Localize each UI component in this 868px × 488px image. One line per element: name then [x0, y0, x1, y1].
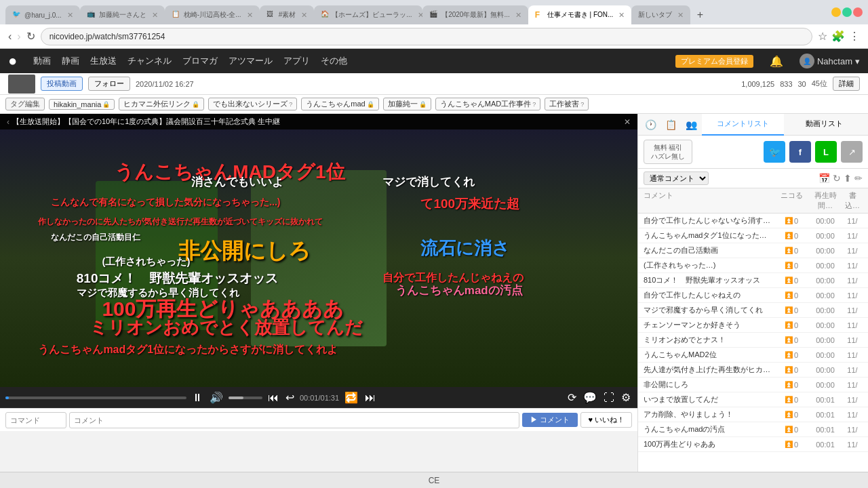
detail-button[interactable]: 詳細 — [833, 77, 860, 91]
tag-edit-button[interactable]: タグ編集 — [5, 98, 45, 110]
play-pause-button[interactable]: ⏸ — [191, 390, 204, 405]
nav-blog[interactable]: ブロマガ — [182, 55, 218, 67]
comment-item[interactable]: アカ削除、やりましょう！ ⏫0 00:01 11/ — [638, 407, 868, 422]
comment-item[interactable]: 自分で工作したんじゃねえの ⏫0 00:00 11/ — [638, 288, 868, 303]
video-green-screen — [96, 181, 218, 330]
notification-bell[interactable]: 🔔 — [770, 55, 783, 68]
nav-image[interactable]: 静画 — [62, 55, 79, 67]
premium-button[interactable]: プレミアム会員登録 — [675, 55, 753, 68]
fullscreen-button[interactable]: ⛶ — [602, 390, 616, 405]
minimize-button[interactable]: — — [831, 7, 841, 17]
comment-submit-button[interactable]: ▶ コメント — [522, 413, 578, 427]
tab-close-1[interactable]: ✕ — [152, 11, 158, 20]
panel-history-icon[interactable]: 🕐 — [641, 115, 660, 134]
tab-video-list[interactable]: 動画リスト — [784, 114, 866, 136]
tab-4[interactable]: 🏠 【ホームズ】ビューラッ... ✕ — [314, 5, 422, 24]
tag-3[interactable]: うんこちゃんmad 🔒 — [301, 98, 378, 110]
tag-1[interactable]: ヒカマニ外伝リンク 🔒 — [119, 98, 204, 110]
comment-filter-btn-calendar[interactable]: 📅 — [818, 173, 830, 184]
follow-button[interactable]: フォロー — [88, 77, 130, 91]
bookmark-button[interactable]: ☆ — [818, 30, 827, 43]
extensions-button[interactable]: 🧩 — [831, 30, 845, 43]
comment-input[interactable] — [69, 412, 519, 428]
tab-3[interactable]: 🖼 #素材 ✕ — [260, 5, 315, 24]
command-input[interactable] — [5, 412, 66, 428]
fukidashi-button[interactable]: 無料 福引 ハズレ無し — [644, 140, 692, 164]
comment-item[interactable]: うんこちゃんMAD2位 ⏫0 00:00 11/ — [638, 348, 868, 363]
refresh-button[interactable]: ↻ — [26, 30, 35, 43]
tab-7[interactable]: 新しいタブ ✕ — [631, 5, 690, 24]
comment-item[interactable]: うんこちゃんmadの汚点 ⏫0 00:01 11/ — [638, 422, 868, 437]
comment-item[interactable]: 自分で工作したんじゃないなら消す… ⏫0 00:00 11/ — [638, 214, 868, 228]
replay-button[interactable]: ↩ — [284, 390, 296, 405]
tab-close-6[interactable]: ✕ — [618, 11, 625, 20]
comment-item[interactable]: 非公開にしろ ⏫0 00:00 11/ — [638, 378, 868, 392]
tab-2[interactable]: 📋 枕崎-川辺高校-全... ✕ — [165, 5, 260, 24]
tab-close-0[interactable]: ✕ — [67, 11, 73, 20]
forward-button[interactable]: › — [17, 30, 20, 43]
panel-list-icon[interactable]: 📋 — [661, 115, 680, 134]
tag-6[interactable]: 工作被害 ? — [545, 98, 589, 110]
comment-filter-select[interactable]: 通常コメント — [644, 171, 709, 185]
twitter-share-button[interactable]: 🐦 — [764, 141, 785, 163]
next-button[interactable]: ⏭ — [363, 390, 377, 405]
prev-button[interactable]: ⏮ — [267, 390, 280, 405]
comment-filter-btn-up[interactable]: ⬆ — [844, 173, 852, 184]
comment-filter-btn-edit[interactable]: ✏ — [854, 173, 863, 184]
comment-item[interactable]: うんこちゃんmadタグ1位になった… ⏫0 00:00 11/ — [638, 228, 868, 243]
nav-video[interactable]: 動画 — [33, 55, 51, 67]
tag-5[interactable]: うんこちゃんMAD工作事件 ? — [435, 98, 540, 110]
tab-close-7[interactable]: ✕ — [677, 11, 684, 20]
comment-item[interactable]: 100万再生どりゃああ ⏫0 00:01 11/ — [638, 437, 868, 452]
loop-button[interactable]: 🔁 — [343, 390, 359, 405]
tab-comment-list[interactable]: コメントリスト — [702, 114, 784, 136]
comment-item[interactable]: 先人達が気付き上げた再生数がヒカ… ⏫0 00:00 11/ — [638, 363, 868, 378]
back-button[interactable]: ‹ — [8, 30, 12, 43]
nav-more[interactable]: その他 — [321, 55, 347, 67]
settings-button[interactable]: ⚙ — [620, 390, 632, 405]
tab-close-3[interactable]: ✕ — [301, 11, 307, 20]
comment-item[interactable]: マジで邪魔するから早く消してくれ ⏫0 00:00 11/ — [638, 303, 868, 318]
comment-item[interactable]: ミリオンおめでとナス！ ⏫0 00:00 11/ — [638, 333, 868, 348]
chat-button[interactable]: 💬 — [582, 390, 598, 405]
video-title-close[interactable]: ✕ — [624, 117, 631, 127]
volume-button[interactable]: 🔊 — [208, 390, 224, 405]
tag-0[interactable]: hikakin_mania 🔒 — [49, 99, 115, 110]
close-window-button[interactable]: ✕ — [853, 7, 863, 17]
comment-item[interactable]: (工作されちゃった…) ⏫0 00:00 11/ — [638, 258, 868, 273]
comment-filter-btn-refresh[interactable]: ↻ — [833, 173, 841, 184]
tab-6[interactable]: F 仕事メモ書き | FON... ✕ — [528, 5, 632, 24]
tag-2[interactable]: でも出来ないシリーズ ? — [208, 98, 297, 110]
comment-item[interactable]: 810コメ！ 野獣先輩オッスオッス ⏫0 00:00 11/ — [638, 273, 868, 288]
nav-live[interactable]: 生放送 — [90, 55, 117, 67]
address-input[interactable]: nicovideo.jp/watch/sm37761254 — [41, 28, 812, 45]
bottom-ce-text: CE — [429, 476, 440, 485]
progress-bar[interactable] — [5, 396, 186, 399]
maximize-button[interactable]: □ — [842, 7, 852, 17]
nav-channel[interactable]: チャンネル — [127, 55, 172, 67]
comment-item[interactable]: いつまで放置してんだ ⏫0 00:01 11/ — [638, 392, 868, 407]
col-time: 再生時間… — [808, 190, 842, 211]
comment-item[interactable]: チェンソーマンとか好きそう ⏫0 00:00 11/ — [638, 318, 868, 333]
tab-5[interactable]: 🎬 【2020年最新】無料... ✕ — [422, 5, 528, 24]
tab-close-5[interactable]: ✕ — [515, 11, 521, 20]
comment-item[interactable]: なんだこの自己活動画 ⏫0 00:00 11/ — [638, 243, 868, 258]
panel-users-icon[interactable]: 👥 — [682, 115, 701, 134]
facebook-share-button[interactable]: f — [789, 141, 811, 163]
tag-4[interactable]: 加藤純一 🔒 — [383, 98, 431, 110]
general-share-button[interactable]: ↗ — [841, 141, 863, 163]
nav-atsumare[interactable]: アツマール — [229, 55, 273, 67]
user-menu[interactable]: 👤 Nahctam ▾ — [800, 54, 860, 68]
volume-bar[interactable] — [229, 396, 262, 399]
new-tab-button[interactable]: + — [690, 5, 709, 24]
rotate-button[interactable]: ⟳ — [566, 390, 578, 405]
upload-video-button[interactable]: 投稿動画 — [41, 77, 83, 91]
tab-0[interactable]: 🐦 @haru_j.0... ✕ — [5, 5, 80, 24]
tab-close-4[interactable]: ✕ — [418, 11, 423, 20]
nav-app[interactable]: アプリ — [283, 55, 310, 67]
tab-1[interactable]: 📺 加藤純一さんと ✕ — [80, 5, 165, 24]
menu-button[interactable]: ⋮ — [849, 30, 860, 43]
like-button[interactable]: ♥ いいね！ — [580, 412, 632, 428]
line-share-button[interactable]: L — [815, 141, 837, 163]
tab-close-2[interactable]: ✕ — [247, 11, 253, 20]
